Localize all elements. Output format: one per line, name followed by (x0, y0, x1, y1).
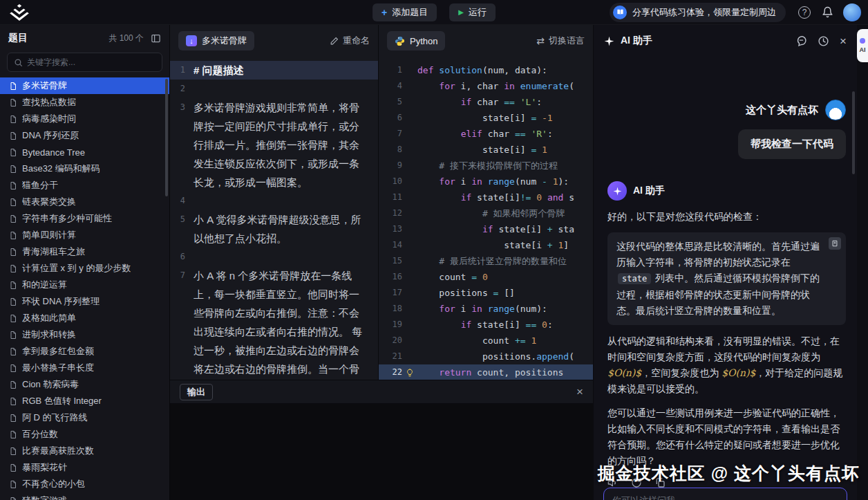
description-line[interactable]: 1 # 问题描述 (170, 61, 378, 80)
switch-language-button[interactable]: ⇄ 切换语言 (536, 35, 585, 47)
code-line[interactable]: 14 state[i + 1] (379, 237, 593, 253)
sidebar-item-problem[interactable]: 查找热点数据 (0, 94, 169, 111)
ai-chat-input-box[interactable] (603, 488, 847, 500)
description-line[interactable]: 6 (170, 248, 378, 266)
description-line[interactable]: 7 小 A 将 n 个多米诺骨牌放在一条线上，每一块都垂直竖立。他同时将一些骨牌… (170, 266, 378, 380)
sidebar-item-problem[interactable]: 病毒感染时间 (0, 111, 169, 127)
sidebar-item-problem[interactable]: RGB 色值转 Integer (0, 393, 169, 409)
code-line[interactable]: 17 positions = [] (379, 285, 593, 301)
description-line[interactable]: 5 小 A 觉得多米诺骨牌超级没意思，所以他想了点小花招。 (170, 210, 378, 248)
run-button[interactable]: ▶ 运行 (449, 3, 496, 21)
sidebar-item-problem[interactable]: 暴雨梨花针 (0, 459, 169, 476)
code-line[interactable]: 22 return count, positions (379, 364, 593, 380)
code-gutter: 7 (379, 126, 417, 142)
code-line[interactable]: 19 if state[i] == 0: (379, 317, 593, 333)
copy-icon[interactable] (654, 477, 666, 488)
code-line[interactable]: 8 state[i] = 1 (379, 142, 593, 158)
add-problem-button[interactable]: + 添加题目 (372, 3, 437, 21)
sidebar-item-problem[interactable]: 阿 D 的飞行路线 (0, 409, 169, 426)
file-icon (9, 264, 17, 273)
code-text: for i in range(num - 1): (417, 174, 569, 189)
description-line[interactable]: 4 (170, 192, 378, 210)
line-number: 22 (379, 364, 402, 380)
user-avatar[interactable] (843, 3, 861, 21)
sidebar-item-problem[interactable]: 猫鱼分干 (0, 177, 169, 194)
close-ai-panel-icon[interactable]: × (840, 35, 847, 47)
code-line[interactable]: 1 def solution(num, data): (379, 62, 593, 78)
quote-text: 这段代码的整体思路是比较清晰的。首先通过遍历输入字符串，将骨牌的初始状态记录在 … (616, 241, 820, 316)
code-line[interactable]: 11 if state[i]!= 0 and s (379, 189, 593, 205)
ai-collapse-tab[interactable]: AI (857, 29, 868, 62)
code-line[interactable]: 20 count += 1 (379, 333, 593, 349)
code-line[interactable]: 13 if state[i] + sta (379, 221, 593, 237)
sidebar-item-problem[interactable]: 比赛最高获胜次数 (0, 443, 169, 459)
code-editor[interactable]: 1 def solution(num, data): 4 for i, char… (379, 57, 593, 380)
line-number: 1 (379, 62, 402, 78)
code-line[interactable]: 10 for i in range(num - 1): (379, 174, 593, 189)
line-number: 20 (379, 333, 402, 349)
code-line[interactable]: 18 for i in range(num): (379, 301, 593, 317)
code-line[interactable]: 4 for i, char in enumerate( (379, 78, 593, 94)
regenerate-icon[interactable] (631, 477, 642, 488)
code-line[interactable]: 7 elif char == 'R': (379, 126, 593, 142)
sidebar-item-problem[interactable]: 字符串有多少种可能性 (0, 210, 169, 227)
problem-tag[interactable]: ↓ 多米诺骨牌 (178, 31, 254, 50)
bell-icon[interactable] (822, 6, 833, 18)
sidebar-item-problem[interactable]: 简单四则计算 (0, 227, 169, 243)
sidebar-item-problem[interactable]: 不再贪心的小包 (0, 476, 169, 492)
python-icon (395, 36, 405, 46)
history-icon[interactable] (818, 35, 829, 47)
code-gutter: 16 (379, 269, 417, 285)
sidebar-item-problem[interactable]: 进制求和转换 (0, 326, 169, 343)
description-line[interactable]: 2 (170, 80, 378, 98)
sidebar-item-problem[interactable]: DNA 序列还原 (0, 127, 169, 144)
lightbulb-icon[interactable] (402, 369, 417, 377)
collapse-sidebar-icon[interactable] (151, 33, 161, 44)
line-number: 1 (170, 61, 194, 80)
rename-button[interactable]: 重命名 (330, 35, 370, 47)
problem-label: 猫鱼分干 (22, 179, 58, 192)
code-line[interactable]: 16 count = 0 (379, 269, 593, 285)
sidebar-item-problem[interactable]: 拿到最多红包金额 (0, 343, 169, 360)
line-number: 6 (170, 248, 194, 266)
code-line[interactable]: 9 # 接下来模拟骨牌倒下的过程 (379, 158, 593, 174)
help-icon[interactable]: ? (798, 6, 811, 19)
juejin-logo-icon[interactable] (10, 4, 29, 21)
sidebar-item-problem[interactable]: 链表聚类交换 (0, 194, 169, 210)
sidebar-header: 题目 共 100 个 (0, 25, 169, 51)
sidebar-item-problem[interactable]: 和的逆运算 (0, 277, 169, 293)
code-line[interactable]: 5 if char == 'L': (379, 94, 593, 110)
sidebar-item-problem[interactable]: Cion 勒索病毒 (0, 376, 169, 393)
line-text: 小 A 将 n 个多米诺骨牌放在一条线上，每一块都垂直竖立。他同时将一些骨牌向左… (194, 266, 378, 380)
sidebar-item-problem[interactable]: 多米诺骨牌 (0, 77, 169, 94)
promo-banner[interactable]: 分享代码练习体验，领限量定制周边 (610, 3, 786, 22)
ai-chat-input[interactable] (612, 495, 838, 500)
code-line[interactable]: 12 # 如果相邻两个骨牌 (379, 205, 593, 221)
sidebar-item-problem[interactable]: 猪数字游戏 (0, 492, 169, 500)
problem-label: DNA 序列还原 (22, 129, 79, 142)
close-output-icon[interactable]: × (576, 386, 583, 398)
line-number: 13 (379, 221, 402, 237)
sidebar-item-problem[interactable]: 最小替换子串长度 (0, 360, 169, 376)
sidebar-item-problem[interactable]: 及格如此简单 (0, 310, 169, 326)
sidebar-item-problem[interactable]: 计算位置 x 到 y 的最少步数 (0, 260, 169, 277)
description-editor[interactable]: 1 # 问题描述 2 3 多米诺骨牌游戏规则非常简单，将骨牌按一定间距的尺寸排成… (170, 57, 378, 380)
sidebar-item-problem[interactable]: 百分位数 (0, 426, 169, 443)
sidebar-item-problem[interactable]: 青海湖租车之旅 (0, 243, 169, 260)
code-line[interactable]: 6 state[i] = -1 (379, 110, 593, 126)
search-input[interactable] (27, 57, 155, 67)
sidebar-item-problem[interactable]: 环状 DNA 序列整理 (0, 293, 169, 310)
share-conversation-icon[interactable] (795, 35, 807, 47)
description-line[interactable]: 3 多米诺骨牌游戏规则非常简单，将骨牌按一定间距的尺寸排成单行，或分行排成一片。… (170, 98, 378, 192)
speaker-icon[interactable] (607, 477, 619, 488)
problem-label: Bytedance Tree (22, 147, 85, 158)
ai-panel-scrollbar[interactable] (852, 91, 855, 174)
code-line[interactable]: 15 # 最后统计竖立骨牌的数量和位 (379, 253, 593, 269)
sidebar-scrollbar[interactable] (165, 79, 168, 196)
code-line[interactable]: 21 positions.append( (379, 349, 593, 364)
sidebar-item-problem[interactable]: Bytedance Tree (0, 144, 169, 160)
note-icon[interactable] (829, 237, 841, 250)
language-tag[interactable]: Python (387, 31, 445, 50)
line-number: 3 (170, 98, 194, 192)
sidebar-item-problem[interactable]: Base32 编码和解码 (0, 160, 169, 177)
